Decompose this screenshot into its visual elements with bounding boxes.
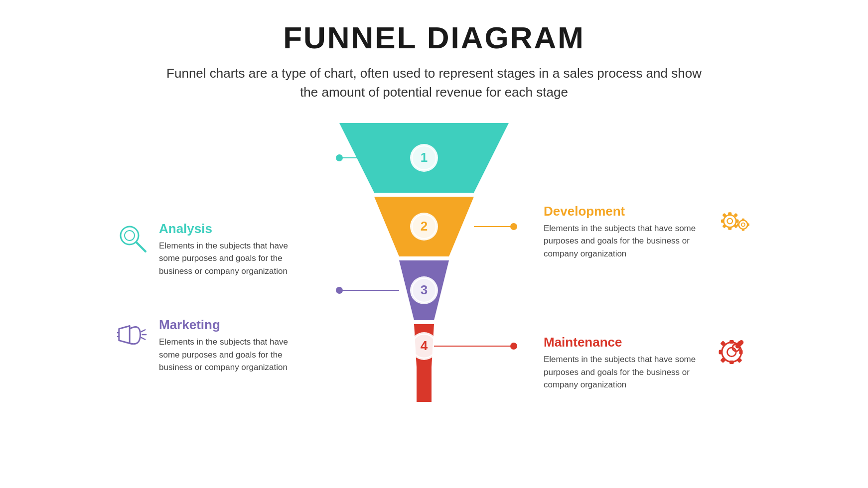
page-title: FUNNEL DIAGRAM [283, 20, 585, 55]
svg-rect-35 [728, 212, 731, 215]
right-side: Development Elements in the subjects tha… [544, 204, 753, 391]
svg-point-32 [510, 343, 517, 350]
marketing-title: Marketing [159, 317, 304, 333]
spacer [544, 290, 753, 305]
svg-rect-47 [737, 223, 739, 226]
maintenance-desc: Elements in the subjects that have some … [544, 353, 704, 391]
marketing-text: Marketing Elements in the subjects that … [159, 317, 304, 374]
svg-text:2: 2 [421, 219, 428, 234]
maintenance-title: Maintenance [544, 335, 704, 350]
svg-rect-52 [729, 361, 734, 364]
svg-rect-53 [719, 350, 723, 355]
development-desc: Elements in the subjects that have some … [544, 222, 704, 260]
svg-rect-45 [742, 218, 744, 220]
analysis-item: Analysis Elements in the subjects that h… [115, 221, 304, 278]
page-subtitle: Funnel charts are a type of chart, often… [160, 64, 708, 102]
svg-rect-48 [747, 223, 749, 226]
analysis-title: Analysis [159, 221, 304, 237]
svg-point-1 [125, 231, 135, 241]
svg-rect-12 [417, 367, 432, 402]
svg-line-2 [137, 243, 145, 251]
diagram-area: Analysis Elements in the subjects that h… [30, 122, 838, 473]
svg-point-43 [739, 220, 748, 229]
marketing-desc: Elements in the subjects that have some … [159, 336, 304, 374]
svg-text:3: 3 [421, 282, 428, 297]
svg-rect-58 [736, 358, 742, 363]
svg-line-5 [142, 330, 145, 332]
svg-line-7 [142, 338, 145, 340]
svg-point-34 [727, 218, 732, 224]
svg-rect-51 [729, 340, 734, 344]
analysis-text: Analysis Elements in the subjects that h… [159, 221, 304, 278]
development-text: Development Elements in the subjects tha… [544, 204, 704, 260]
svg-point-28 [510, 223, 517, 230]
left-side: Analysis Elements in the subjects that h… [115, 221, 304, 374]
marketing-item: Marketing Elements in the subjects that … [115, 317, 304, 374]
marketing-icon [115, 317, 150, 352]
svg-rect-36 [728, 227, 731, 230]
svg-point-26 [336, 154, 343, 161]
maintenance-item: Maintenance Elements in the subjects tha… [544, 335, 753, 391]
maintenance-text: Maintenance Elements in the subjects tha… [544, 335, 704, 391]
svg-point-44 [741, 223, 745, 226]
svg-rect-37 [721, 219, 724, 223]
development-icon [713, 204, 753, 239]
analysis-desc: Elements in the subjects that have some … [159, 240, 304, 278]
analysis-icon [115, 221, 150, 256]
svg-rect-46 [742, 229, 744, 231]
maintenance-icon [713, 335, 753, 369]
development-item: Development Elements in the subjects tha… [544, 204, 753, 260]
svg-rect-41 [722, 224, 726, 229]
development-title: Development [544, 204, 704, 219]
svg-rect-54 [739, 350, 742, 355]
svg-point-50 [727, 348, 736, 357]
funnel-diagram: 1 2 3 4 [324, 123, 524, 472]
svg-rect-38 [735, 219, 738, 223]
svg-point-30 [336, 287, 343, 294]
svg-text:4: 4 [421, 338, 428, 353]
svg-text:1: 1 [421, 150, 428, 165]
